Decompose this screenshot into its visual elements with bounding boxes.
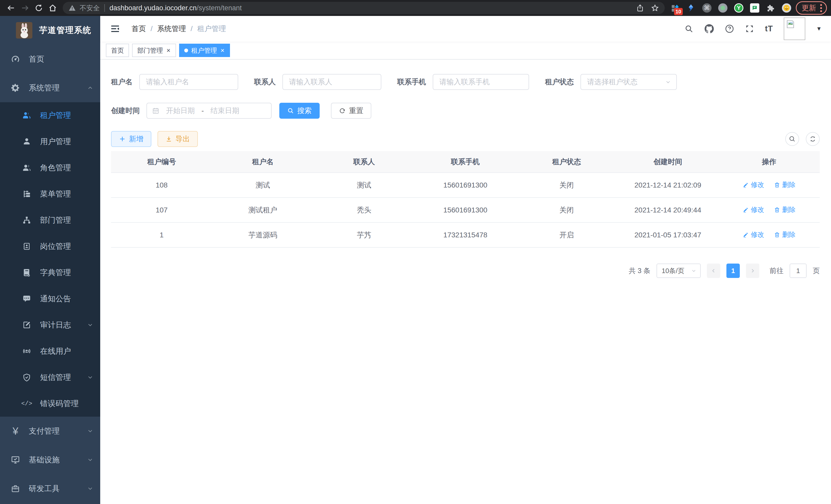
sidebar-item-pay[interactable]: ¥ 支付管理 xyxy=(0,417,100,445)
yen-icon: ¥ xyxy=(10,426,21,436)
sidebar-item-label: 用户管理 xyxy=(40,137,71,147)
col-tenant-name: 租户名 xyxy=(212,151,314,173)
sidebar-toggle-icon[interactable] xyxy=(107,24,123,34)
toolbox-icon xyxy=(10,483,21,494)
reload-icon[interactable] xyxy=(32,1,46,15)
tab-tenant[interactable]: 租户管理 × xyxy=(179,44,230,57)
home-icon[interactable] xyxy=(46,1,60,15)
reset-button[interactable]: 重置 xyxy=(331,103,371,119)
header-search-icon[interactable] xyxy=(684,24,693,33)
tenant-name-label: 租户名 xyxy=(111,77,133,87)
edit-button[interactable]: 修改 xyxy=(743,230,764,239)
sidebar-item-user[interactable]: 用户管理 xyxy=(0,128,100,155)
mobile-input[interactable] xyxy=(433,74,529,90)
page-size-select[interactable]: 10条/页 xyxy=(657,264,701,278)
tab-dept[interactable]: 部门管理 × xyxy=(132,44,176,57)
avatar[interactable] xyxy=(784,18,805,40)
extensions-bar: 10 ⌘ Y xyxy=(670,3,791,12)
help-icon[interactable] xyxy=(725,24,734,33)
browser-menu-icon[interactable] xyxy=(820,4,822,12)
dict-icon xyxy=(22,267,32,278)
font-size-icon[interactable]: tT xyxy=(765,24,773,33)
extension-kite-icon[interactable] xyxy=(686,3,695,12)
fullscreen-icon[interactable] xyxy=(745,24,754,33)
sidebar: 芋道管理系统 首页 系统管理 xyxy=(0,16,100,504)
sidebar-item-label: 审计日志 xyxy=(40,320,71,330)
extension-dot-icon[interactable] xyxy=(718,3,727,12)
post-icon xyxy=(22,241,32,251)
address-bar[interactable]: 不安全 dashboard.yudao.iocoder.cn/system/te… xyxy=(63,2,665,14)
search-button[interactable]: 搜索 xyxy=(279,103,320,119)
delete-button[interactable]: 删除 xyxy=(774,180,796,189)
extension-emoji-icon[interactable] xyxy=(782,3,791,12)
total-count: 共 3 条 xyxy=(629,266,650,275)
sidebar-item-dict[interactable]: 字典管理 xyxy=(0,260,100,286)
sidebar-item-label: 部门管理 xyxy=(40,215,71,226)
edit-button[interactable]: 修改 xyxy=(743,180,764,189)
breadcrumb-home[interactable]: 首页 xyxy=(132,24,146,34)
prev-page-button[interactable] xyxy=(707,264,720,278)
active-dot xyxy=(184,49,188,52)
sidebar-item-dept[interactable]: 部门管理 xyxy=(0,207,100,233)
search-icon xyxy=(287,108,294,114)
sidebar-item-label: 通知公告 xyxy=(40,294,71,304)
col-tenant-id: 租户编号 xyxy=(111,151,212,173)
sidebar-item-tenant[interactable]: 租户管理 xyxy=(0,102,100,128)
sidebar-item-devtools[interactable]: 研发工具 xyxy=(0,474,100,503)
pen-icon xyxy=(743,232,749,238)
pen-icon xyxy=(743,207,749,213)
goto-label: 前往 xyxy=(770,266,783,275)
add-button[interactable]: 新增 xyxy=(111,131,151,147)
bookmark-star-icon[interactable] xyxy=(651,4,659,12)
page-number-button[interactable]: 1 xyxy=(726,264,740,278)
insecure-warning-icon xyxy=(68,4,76,12)
browser-update-button[interactable]: 更新 xyxy=(796,1,827,14)
sidebar-item-label: 支付管理 xyxy=(29,426,60,437)
security-label[interactable]: 不安全 xyxy=(80,4,100,12)
sidebar-item-home[interactable]: 首页 xyxy=(0,45,100,73)
pen-icon xyxy=(743,182,749,188)
extensions-puzzle-icon[interactable] xyxy=(766,3,775,12)
tenant-name-input[interactable] xyxy=(139,74,238,90)
close-icon[interactable]: × xyxy=(220,47,225,54)
github-icon[interactable] xyxy=(704,24,714,34)
edit-button[interactable]: 修改 xyxy=(743,205,764,214)
avatar-caret-icon[interactable]: ▼ xyxy=(816,25,822,32)
extension-badge: 10 xyxy=(674,8,683,15)
breadcrumb-system[interactable]: 系统管理 xyxy=(157,24,186,34)
next-page-button[interactable] xyxy=(746,264,759,278)
extension-y-icon[interactable]: Y xyxy=(734,3,743,12)
sidebar-item-infra[interactable]: 基础设施 xyxy=(0,445,100,474)
table-header-row: 租户编号 租户名 联系人 联系手机 租户状态 创建时间 操作 xyxy=(111,151,820,173)
forward-icon[interactable] xyxy=(18,1,32,15)
sidebar-item-post[interactable]: 岗位管理 xyxy=(0,233,100,260)
extension-command-icon[interactable]: ⌘ xyxy=(702,3,712,12)
status-select[interactable]: 请选择租户状态 xyxy=(580,74,677,90)
sidebar-item-online[interactable]: 在线用户 xyxy=(0,338,100,364)
extension-tabs-icon[interactable]: 10 xyxy=(670,3,680,12)
logo[interactable]: 芋道管理系统 xyxy=(0,16,100,45)
extension-chat-icon[interactable] xyxy=(750,3,759,12)
tab-home[interactable]: 首页 xyxy=(106,44,129,57)
sidebar-item-notice[interactable]: 通知公告 xyxy=(0,286,100,312)
browser-chrome: 不安全 dashboard.yudao.iocoder.cn/system/te… xyxy=(0,0,831,16)
refresh-table-icon[interactable] xyxy=(806,132,820,146)
delete-button[interactable]: 删除 xyxy=(774,205,796,214)
close-icon[interactable]: × xyxy=(166,47,171,54)
delete-button[interactable]: 删除 xyxy=(774,230,796,239)
toggle-search-icon[interactable] xyxy=(785,132,799,146)
share-icon[interactable] xyxy=(636,4,644,12)
goto-page-input[interactable] xyxy=(790,264,807,278)
sidebar-item-system[interactable]: 系统管理 xyxy=(0,73,100,102)
sidebar-item-audit[interactable]: 审计日志 xyxy=(0,312,100,338)
contact-input[interactable] xyxy=(282,74,381,90)
sidebar-item-menu[interactable]: 菜单管理 xyxy=(0,181,100,207)
sidebar-item-errcode[interactable]: </> 错误码管理 xyxy=(0,390,100,417)
screen: 不安全 dashboard.yudao.iocoder.cn/system/te… xyxy=(0,0,831,504)
create-time-range-picker[interactable]: 开始日期 - 结束日期 xyxy=(146,103,271,119)
url-text[interactable]: dashboard.yudao.iocoder.cn/system/tenant xyxy=(110,4,242,12)
export-button[interactable]: 导出 xyxy=(157,131,198,147)
back-icon[interactable] xyxy=(4,1,18,15)
sidebar-item-role[interactable]: 角色管理 xyxy=(0,155,100,181)
sidebar-item-sms[interactable]: 短信管理 xyxy=(0,364,100,390)
